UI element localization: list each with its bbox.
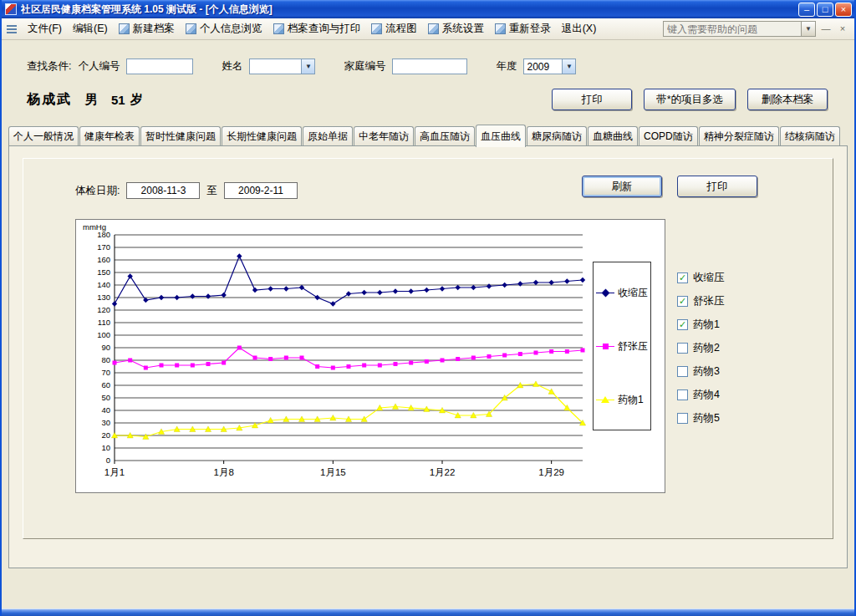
titlebar: 社区居民健康档案管理系统 1.05 测试版 - [个人信息浏览] – □ × [2, 0, 854, 18]
checkbox-systolic[interactable]: ✓收缩压 [677, 271, 725, 285]
name-combo-arrow-icon[interactable]: ▼ [301, 59, 315, 74]
top-buttons: 打印 带*的项目多选 删除本档案 [552, 89, 828, 110]
exam-date-from-input[interactable] [126, 182, 200, 199]
menu-grip-icon [7, 25, 17, 33]
window-title: 社区居民健康档案管理系统 1.05 测试版 - [个人信息浏览] [21, 3, 797, 17]
menu-item-new-record[interactable]: 新建档案 [114, 19, 180, 38]
name-combo[interactable]: ▼ [249, 59, 315, 74]
year-combo-arrow-icon[interactable]: ▼ [562, 59, 576, 74]
checkbox-icon[interactable] [677, 343, 688, 354]
svg-text:140: 140 [97, 280, 110, 289]
checkbox-drug2[interactable]: 药物2 [677, 341, 725, 355]
menu-item-label: 退出(X) [562, 22, 597, 36]
menu-item-label: 文件(F) [28, 22, 62, 36]
svg-text:160: 160 [97, 255, 110, 264]
menu-item-file[interactable]: 文件(F) [23, 19, 67, 38]
tab-tb-followup[interactable]: 结核病随访 [780, 126, 840, 146]
year-combo[interactable]: ▼ [523, 59, 576, 74]
svg-text:60: 60 [101, 380, 110, 389]
delete-record-button[interactable]: 删除本档案 [747, 89, 828, 110]
exam-date-to-input[interactable] [224, 182, 298, 199]
svg-text:50: 50 [101, 393, 110, 402]
person-row: 杨成武 男 51 岁 打印 带*的项目多选 删除本档案 [27, 89, 828, 110]
drug1-marker-icon [596, 395, 614, 404]
maximize-button[interactable]: □ [817, 3, 833, 17]
tab-schizophrenia-followup[interactable]: 精神分裂症随访 [699, 126, 779, 146]
tab-personal-general[interactable]: 个人一般情况 [8, 126, 79, 146]
checkbox-label: 舒张压 [693, 294, 725, 308]
menu-item-label: 系统设置 [442, 22, 484, 36]
svg-text:40: 40 [101, 405, 110, 415]
menu-item-query-print[interactable]: 档案查询与打印 [268, 19, 366, 38]
legend-label: 收缩压 [618, 286, 648, 300]
exam-date-row: 体检日期: 至 [75, 182, 298, 199]
checkbox-drug3[interactable]: 药物3 [677, 364, 725, 379]
multi-select-button[interactable]: 带*的项目多选 [644, 89, 736, 110]
checkbox-icon[interactable] [677, 366, 688, 377]
app-window: 社区居民健康档案管理系统 1.05 测试版 - [个人信息浏览] – □ × 文… [0, 0, 856, 616]
exam-date-to-word: 至 [206, 184, 217, 198]
tab-original-docs[interactable]: 原始单据 [303, 126, 353, 146]
menu-item-system-settings[interactable]: 系统设置 [423, 19, 489, 38]
year-label: 年度 [496, 59, 517, 74]
app-icon [5, 3, 17, 15]
menu-item-relogin[interactable]: 重新登录 [490, 19, 556, 38]
tab-middle-aged-followup[interactable]: 中老年随访 [354, 126, 414, 146]
checkbox-icon[interactable]: ✓ [677, 296, 688, 307]
help-search-input[interactable] [663, 21, 802, 37]
tab-strip: 个人一般情况 健康年检表 暂时性健康问题 长期性健康问题 原始单据 中老年随访 … [8, 124, 848, 146]
menu-item-label: 编辑(E) [73, 22, 108, 36]
tab-copd-followup[interactable]: COPD随访 [639, 126, 698, 146]
year-combo-input[interactable] [523, 59, 562, 74]
checkbox-drug1[interactable]: ✓药物1 [677, 318, 725, 332]
tab-temporary-health[interactable]: 暂时性健康问题 [140, 126, 221, 146]
menu-item-flowchart[interactable]: 流程图 [366, 19, 422, 38]
checkbox-icon[interactable]: ✓ [677, 272, 688, 283]
search-row: 查找条件: 个人编号 姓名 ▼ 家庭编号 年度 ▼ [27, 59, 576, 74]
checkbox-drug4[interactable]: 药物4 [677, 388, 725, 402]
menu-item-exit[interactable]: 退出(X) [557, 19, 602, 38]
chart-legend: 收缩压 舒张压 药物1 [593, 262, 651, 430]
person-age-unit: 岁 [130, 92, 143, 108]
menu-item-edit[interactable]: 编辑(E) [68, 19, 113, 38]
checkbox-drug5[interactable]: 药物5 [677, 411, 725, 425]
toolbar-dash-icon[interactable]: — [819, 22, 833, 36]
personal-id-input[interactable] [126, 59, 193, 74]
menu-item-personal-info[interactable]: 个人信息浏览 [181, 19, 268, 38]
svg-text:30: 30 [101, 418, 110, 427]
tab-longterm-health[interactable]: 长期性健康问题 [222, 126, 302, 146]
legend-label: 舒张压 [618, 339, 648, 354]
name-combo-input[interactable] [249, 59, 301, 74]
checkbox-label: 药物2 [693, 341, 720, 355]
checkbox-icon[interactable] [677, 389, 688, 400]
toolbar-close-icon[interactable]: × [836, 22, 849, 36]
minimize-button[interactable]: – [798, 3, 815, 17]
tab-diabetes-followup[interactable]: 糖尿病随访 [527, 126, 587, 146]
tab-bp-curve[interactable]: 血压曲线 [476, 125, 526, 147]
tab-annual-exam[interactable]: 健康年检表 [79, 126, 140, 146]
series-checkbox-column: ✓收缩压 ✓舒张压 ✓药物1 药物2 药物3 药物4 药物5 [677, 271, 725, 425]
print-chart-button[interactable]: 打印 [677, 176, 757, 197]
checkbox-diastolic[interactable]: ✓舒张压 [677, 294, 725, 308]
bp-curve-inner-panel: 体检日期: 至 刷新 打印 01020304050607080901001101… [23, 158, 833, 539]
svg-text:10: 10 [101, 443, 110, 452]
svg-text:80: 80 [101, 355, 110, 364]
menu-item-label: 重新登录 [509, 22, 551, 36]
print-button[interactable]: 打印 [552, 89, 632, 110]
help-dropdown-icon[interactable]: ▼ [802, 21, 816, 37]
checkbox-icon[interactable]: ✓ [677, 319, 688, 330]
legend-label: 药物1 [618, 393, 644, 407]
close-button[interactable]: × [835, 3, 852, 17]
svg-text:110: 110 [98, 318, 110, 327]
family-id-input[interactable] [392, 59, 467, 74]
checkbox-icon[interactable] [677, 413, 688, 424]
tab-hypertension-followup[interactable]: 高血压随访 [415, 126, 475, 146]
search-conditions-label: 查找条件: [27, 59, 71, 74]
diastolic-marker-icon [596, 342, 614, 350]
menu-item-label: 档案查询与打印 [288, 22, 361, 36]
refresh-button[interactable]: 刷新 [582, 176, 662, 197]
systolic-marker-icon [596, 288, 614, 297]
checkbox-label: 药物5 [693, 411, 720, 425]
bp-chart: 0102030405060708090100110120130140150160… [75, 219, 665, 493]
tab-glucose-curve[interactable]: 血糖曲线 [588, 126, 638, 146]
